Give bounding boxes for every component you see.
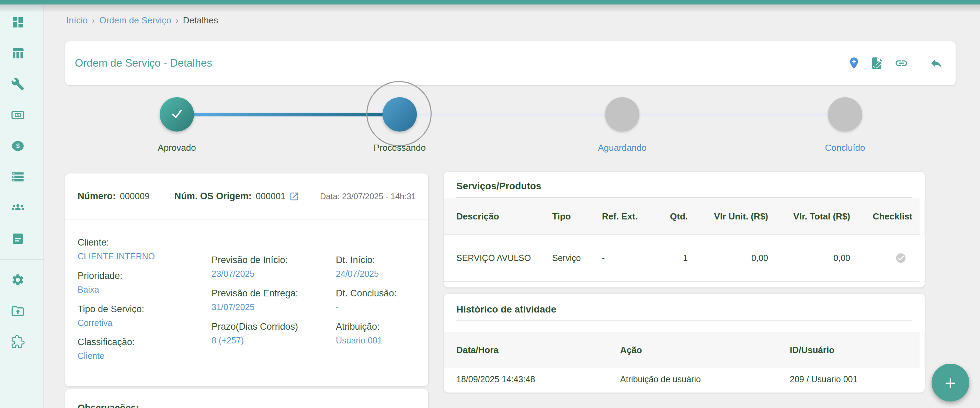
breadcrumb-inicio[interactable]: Início: [66, 15, 88, 26]
step-circle-aprovado: [160, 97, 194, 132]
dt-inicio-value: 24/07/2025: [336, 269, 396, 279]
add-button[interactable]: +: [932, 364, 969, 402]
check-icon: [169, 106, 185, 123]
puzzle-icon[interactable]: [11, 335, 25, 349]
dollar-coin-icon[interactable]: $: [11, 139, 25, 153]
gear-icon[interactable]: [11, 273, 25, 287]
col-qtd: Qtd.: [669, 211, 688, 222]
cell-vlr-unit: 0,00: [688, 253, 768, 263]
sidebar-divider: [0, 259, 44, 260]
cliente-value: CLIENTE INTERNO: [78, 252, 155, 261]
atribuicao-label: Atribuição:: [336, 322, 396, 332]
col-data-hora: Data/Hora: [457, 345, 620, 355]
cell-ref-ext: -: [602, 253, 669, 263]
order-date: Data: 23/07/2025 - 14h:31: [320, 192, 416, 201]
list-icon[interactable]: [11, 170, 25, 184]
col-checklist: Checklist: [850, 211, 912, 222]
origem-label: Núm. OS Origem:: [175, 191, 252, 202]
numero-label: Número:: [78, 191, 116, 202]
info-column-3: Dt. Início: 24/07/2025 Dt. Conclusão: - …: [336, 255, 396, 354]
services-scrollbar-track: [920, 198, 924, 285]
col-vlr-unit: Vlr Unit. (R$): [688, 211, 768, 222]
prazo-value: 8 (+257): [212, 336, 298, 346]
link-icon[interactable]: [894, 56, 908, 70]
info-column-1: Cliente: CLIENTE INTERNO Prioridade: Bai…: [78, 237, 155, 370]
cell-data-hora: 18/09/2025 14:43:48: [457, 375, 620, 384]
svg-text:$: $: [16, 142, 19, 150]
prioridade-label: Prioridade:: [78, 271, 155, 281]
origem-value: 000001: [256, 191, 286, 202]
info-divider: [65, 219, 428, 220]
services-title-underline: [457, 197, 912, 198]
table-icon[interactable]: [11, 46, 25, 60]
add-location-icon[interactable]: [847, 56, 861, 70]
file-upload-icon[interactable]: [11, 304, 25, 318]
cliente-label: Cliente:: [78, 237, 155, 248]
edit-document-icon[interactable]: [870, 56, 883, 70]
dashboard-icon[interactable]: [11, 16, 25, 29]
header-actions: [847, 56, 943, 70]
activity-history-card: Histórico de atividade Data/Hora Ação ID…: [444, 294, 925, 392]
step-label-aprovado: Aprovado: [122, 142, 232, 153]
col-tipo: Tipo: [552, 211, 602, 222]
col-acao: Ação: [620, 345, 790, 355]
document-icon[interactable]: [11, 232, 25, 245]
col-descricao: Descrição: [457, 211, 552, 222]
top-app-bar: [0, 0, 980, 5]
cell-vlr-total: 0,00: [768, 253, 850, 263]
stepper-connector-pending: [639, 113, 828, 116]
history-scrollbar-track: [920, 332, 924, 390]
history-title: Histórico de atividade: [444, 294, 925, 315]
previsao-entrega-label: Previsão de Entrega:: [212, 288, 298, 299]
dt-conclusao-label: Dt. Conclusão:: [336, 288, 396, 299]
services-table-header: Descrição Tipo Ref. Ext. Qtd. Vlr Unit. …: [444, 199, 925, 234]
step-circle-aguardando: [605, 97, 640, 132]
numero-value: 000009: [120, 191, 150, 202]
origem-group: Núm. OS Origem: 000001: [175, 191, 299, 202]
dt-conclusao-value: -: [336, 302, 396, 312]
breadcrumb-separator: ›: [176, 16, 178, 26]
reply-icon[interactable]: [929, 56, 943, 70]
history-title-underline: [457, 320, 912, 321]
svg-text:$: $: [17, 113, 19, 117]
order-info-card: Número: 000009 Núm. OS Origem: 000001 Da…: [65, 174, 428, 386]
open-origin-os-icon[interactable]: [289, 191, 299, 202]
atribuicao-value: Usuario 001: [336, 336, 396, 346]
history-table-row: 18/09/2025 14:43:48 Atribuição de usuári…: [444, 368, 925, 390]
prazo-label: Prazo(Dias Corridos): [212, 322, 298, 332]
services-products-card: Serviços/Produtos Descrição Tipo Ref. Ex…: [444, 172, 925, 287]
order-numbers-row: Número: 000009 Núm. OS Origem: 000001 Da…: [78, 174, 416, 219]
wrench-icon[interactable]: [11, 77, 25, 91]
cell-tipo: Serviço: [552, 253, 602, 263]
check-circle-icon[interactable]: [895, 252, 907, 264]
cell-descricao: SERVIÇO AVULSO: [457, 253, 552, 263]
previsao-inicio-value: 23/07/2025: [212, 269, 298, 279]
breadcrumb-detalhes: Detalhes: [183, 15, 218, 26]
previsao-entrega-value: 31/07/2025: [212, 302, 298, 312]
previsao-inicio-label: Previsão de Início:: [212, 255, 298, 266]
col-vlr-total: Vlr. Total (R$): [768, 211, 850, 222]
observations-card: Observações:: [65, 389, 428, 408]
col-ref-ext: Ref. Ext.: [602, 211, 669, 222]
col-id-usuario: ID/Usuário: [790, 345, 912, 355]
classificacao-label: Classificação:: [78, 337, 155, 347]
stepper-connector-pending: [416, 113, 606, 116]
history-table-header: Data/Hora Ação ID/Usuário: [444, 332, 925, 368]
people-icon[interactable]: [11, 201, 25, 215]
prioridade-value: Baixa: [78, 285, 155, 295]
breadcrumb-separator: ›: [92, 16, 95, 26]
money-bill-icon[interactable]: $: [11, 108, 25, 122]
breadcrumb-ordem-servico[interactable]: Ordem de Serviço: [99, 15, 171, 26]
info-column-2: Previsão de Início: 23/07/2025 Previsão …: [212, 255, 298, 354]
step-label-concluido: Concluído: [790, 142, 900, 153]
services-title: Serviços/Produtos: [444, 172, 925, 192]
top-bar-shadow: [0, 5, 980, 13]
breadcrumb: Início › Ordem de Serviço › Detalhes: [66, 15, 218, 26]
classificacao-value: Cliente: [78, 351, 155, 361]
tipo-servico-label: Tipo de Serviço:: [78, 304, 155, 315]
cell-checklist: [850, 252, 912, 264]
page-title: Ordem de Serviço - Detalhes: [75, 57, 212, 69]
sidebar-nav: $ $: [0, 5, 44, 408]
observations-title: Observações:: [65, 389, 428, 408]
active-step-ring: [366, 81, 432, 146]
